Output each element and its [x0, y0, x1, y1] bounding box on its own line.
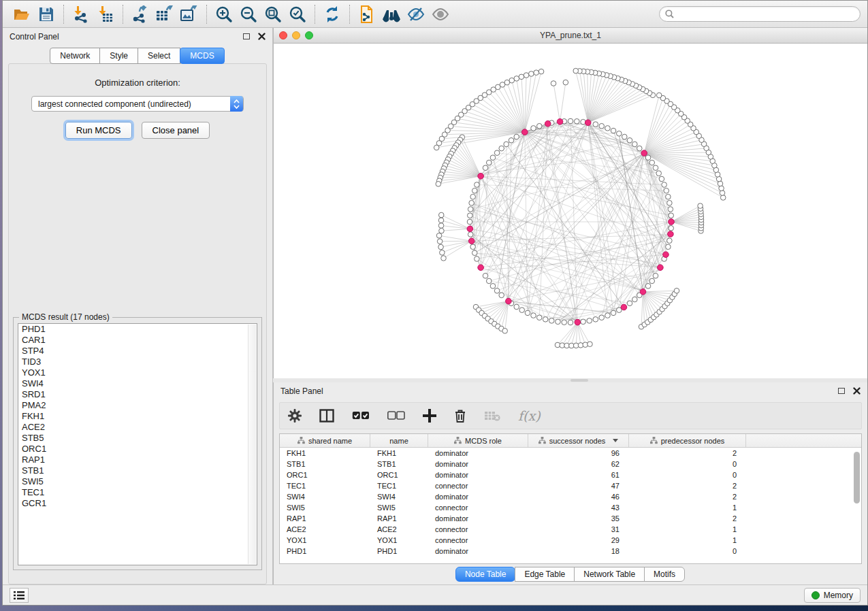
network-node[interactable]	[438, 212, 444, 218]
network-node[interactable]	[587, 318, 592, 324]
network-node[interactable]	[486, 278, 492, 284]
mcds-hub-node[interactable]	[641, 150, 647, 156]
tab-network-table[interactable]: Network Table	[574, 567, 645, 582]
mcds-hub-node[interactable]	[669, 219, 675, 225]
first-neighbors-icon[interactable]	[379, 3, 404, 25]
network-node[interactable]	[467, 219, 472, 225]
show-all-icon[interactable]	[428, 3, 453, 25]
save-session-icon[interactable]	[34, 3, 59, 25]
network-node[interactable]	[519, 308, 525, 313]
tab-select[interactable]: Select	[138, 48, 180, 64]
network-node[interactable]	[483, 274, 488, 279]
tab-network[interactable]: Network	[50, 48, 100, 64]
close-panel-icon[interactable]	[258, 33, 266, 40]
network-node[interactable]	[531, 126, 536, 131]
column-header-name[interactable]: name	[370, 434, 428, 447]
network-node[interactable]	[667, 200, 673, 205]
network-node[interactable]	[659, 176, 664, 182]
task-history-button[interactable]	[10, 588, 29, 603]
network-node[interactable]	[475, 182, 480, 188]
network-node[interactable]	[502, 328, 508, 333]
network-window-titlebar[interactable]: YPA_prune.txt_1	[274, 28, 867, 44]
network-node[interactable]	[622, 134, 628, 139]
network-node[interactable]	[524, 73, 529, 78]
network-node[interactable]	[720, 191, 725, 196]
network-node[interactable]	[562, 320, 567, 325]
mcds-hub-node[interactable]	[640, 289, 646, 295]
mcds-result-item[interactable]: SWI4	[18, 378, 257, 389]
network-node[interactable]	[669, 225, 674, 231]
mcds-hub-node[interactable]	[557, 119, 563, 125]
mcds-result-item[interactable]: CAR1	[18, 335, 257, 346]
network-node[interactable]	[514, 304, 519, 310]
network-node[interactable]	[440, 250, 445, 255]
zoom-selected-icon[interactable]	[285, 3, 310, 25]
new-network-from-selection-icon[interactable]	[355, 3, 379, 25]
network-node[interactable]	[525, 310, 530, 316]
network-node[interactable]	[573, 68, 579, 73]
delete-column-trash-icon[interactable]	[454, 409, 466, 423]
network-node[interactable]	[616, 131, 622, 137]
network-node[interactable]	[438, 223, 444, 229]
network-node[interactable]	[605, 313, 611, 318]
network-node[interactable]	[469, 200, 475, 205]
mcds-hub-node[interactable]	[585, 120, 591, 126]
tab-motifs[interactable]: Motifs	[644, 567, 685, 582]
horizontal-splitter[interactable]	[273, 378, 867, 382]
network-node[interactable]	[599, 315, 605, 320]
mcds-result-item[interactable]: ACE2	[18, 422, 257, 433]
open-session-icon[interactable]	[10, 3, 34, 25]
network-node[interactable]	[494, 150, 500, 156]
network-node[interactable]	[470, 194, 476, 199]
network-node[interactable]	[504, 142, 509, 147]
network-node[interactable]	[543, 317, 548, 323]
network-node[interactable]	[531, 313, 536, 318]
column-header-predecessor-nodes[interactable]: predecessor nodes	[629, 434, 746, 447]
float-panel-icon[interactable]	[838, 388, 845, 394]
close-panel-button[interactable]: Close panel	[142, 122, 210, 139]
search-input[interactable]	[677, 10, 854, 19]
network-node[interactable]	[637, 146, 643, 151]
network-node[interactable]	[611, 310, 616, 316]
network-node[interactable]	[605, 126, 611, 131]
network-node[interactable]	[653, 274, 658, 279]
network-node[interactable]	[666, 194, 671, 199]
network-node[interactable]	[434, 145, 439, 150]
network-node[interactable]	[441, 256, 447, 261]
network-node[interactable]	[568, 118, 573, 124]
network-node[interactable]	[468, 232, 473, 237]
network-node[interactable]	[649, 160, 655, 165]
create-column-plus-icon[interactable]	[423, 409, 436, 423]
show-columns-icon[interactable]	[319, 409, 334, 423]
network-node[interactable]	[536, 123, 542, 129]
import-network-icon[interactable]	[69, 3, 93, 25]
network-node[interactable]	[669, 213, 674, 218]
network-node[interactable]	[509, 137, 514, 143]
mcds-hub-node[interactable]	[658, 265, 664, 271]
mcds-result-list[interactable]: PHD1CAR1STP4TID3YOX1SWI4SRD1PMA2FKH1ACE2…	[18, 323, 257, 565]
tab-mcds[interactable]: MCDS	[180, 48, 224, 64]
network-node[interactable]	[662, 182, 667, 188]
network-node[interactable]	[645, 284, 651, 289]
mcds-result-item[interactable]: SRD1	[18, 389, 257, 400]
network-node[interactable]	[649, 278, 655, 284]
network-node[interactable]	[698, 203, 703, 209]
mcds-result-item[interactable]: PHD1	[18, 324, 257, 335]
mcds-result-item[interactable]: TID3	[18, 357, 257, 367]
mcds-hub-node[interactable]	[545, 120, 551, 127]
network-node[interactable]	[720, 195, 726, 201]
network-node[interactable]	[593, 317, 598, 323]
network-node[interactable]	[467, 213, 472, 218]
network-node[interactable]	[563, 80, 568, 85]
mcds-result-item[interactable]: STP4	[18, 346, 257, 357]
export-table-icon[interactable]	[152, 3, 177, 25]
mcds-result-item[interactable]: STB1	[18, 465, 257, 476]
mcds-hub-node[interactable]	[663, 252, 669, 258]
column-header-shared-name[interactable]: shared name	[280, 434, 370, 447]
table-row[interactable]: SWI4SWI4dominator462	[280, 491, 861, 502]
network-node[interactable]	[632, 297, 638, 302]
mcds-result-item[interactable]: RAP1	[18, 455, 257, 465]
network-node[interactable]	[593, 122, 598, 127]
mcds-result-item[interactable]: STB5	[18, 433, 257, 444]
network-node[interactable]	[599, 123, 605, 129]
